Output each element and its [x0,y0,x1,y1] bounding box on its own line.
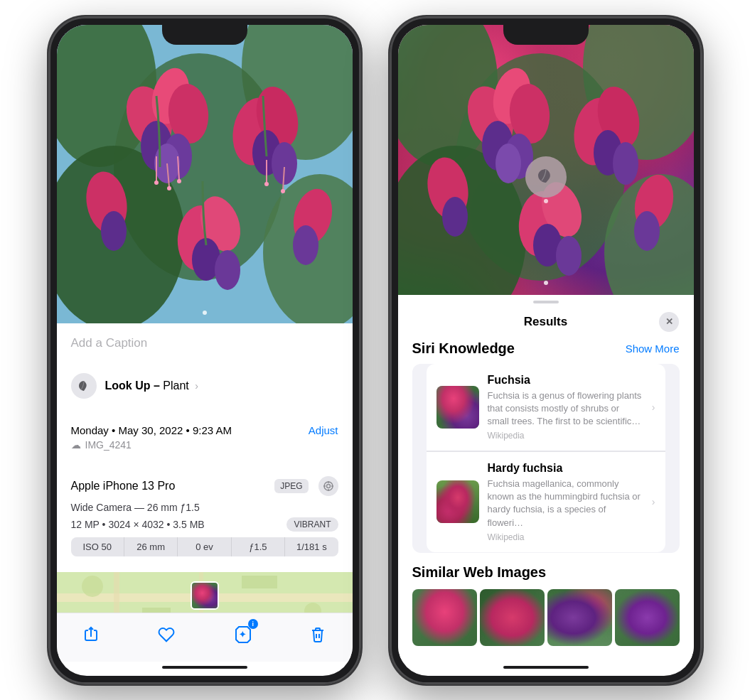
home-indicator-2 [503,666,589,669]
notch-2 [503,25,589,45]
photo-section [57,25,353,323]
similar-images-title: Similar Web Images [412,564,680,581]
caption-area[interactable]: Add a Caption [57,323,353,363]
page-dot-2 [544,281,548,285]
sheet-handle [533,301,559,303]
svg-point-27 [154,181,159,185]
svg-point-35 [326,485,330,488]
similar-images-grid [412,589,680,646]
hardy-description: Fuchsia magellanica, commonly known as t… [488,478,643,529]
fuchsia-content: Fuchsia Fuchsia is a genus of flowering … [488,374,643,441]
page-dot [203,311,207,315]
info-button[interactable]: ✦ i [230,622,255,647]
similar-images-section: Similar Web Images [398,553,694,652]
svg-point-71 [442,197,468,237]
svg-point-69 [556,236,582,276]
svg-point-65 [613,142,638,185]
jpeg-badge: JPEG [274,479,308,493]
hardy-chevron: › [652,496,655,507]
visual-search-icon[interactable] [525,156,567,198]
similar-image-3[interactable] [547,589,612,646]
exif-shutter: 1/181 s [285,537,338,556]
delete-button[interactable] [305,622,331,647]
knowledge-card-hardy[interactable]: Hardy fuchsia Fuchsia magellanica, commo… [427,452,665,552]
phones-container: Add a Caption Look Up – Plant › [34,2,717,699]
date-row: Monday • May 30, 2022 • 9:23 AM Adjust [71,424,338,436]
flower-svg [57,25,353,323]
photo-date: Monday • May 30, 2022 • 9:23 AM [71,424,232,436]
exif-iso: ISO 50 [71,537,124,556]
close-button[interactable]: ✕ [659,312,679,332]
svg-point-19 [215,250,240,290]
similar-image-2[interactable] [480,589,545,646]
share-button[interactable] [78,622,104,647]
siri-knowledge-title: Siri Knowledge [412,340,515,357]
show-more-button[interactable]: Show More [626,343,680,355]
exif-row: ISO 50 26 mm 0 ev ƒ1.5 1/181 s [71,537,338,556]
fuchsia-name: Fuchsia [488,374,643,387]
map-background [57,572,353,612]
favorite-button[interactable] [154,622,179,647]
meta-section: Monday • May 30, 2022 • 9:23 AM Adjust ☁… [57,414,353,461]
svg-point-44 [82,576,103,597]
notch-1 [162,25,247,45]
megapixels: 12 MP • 3024 × 4032 • 3.5 MB [71,519,205,530]
exif-focal: 26 mm [124,537,178,556]
lookup-row[interactable]: Look Up – Plant › [57,363,353,409]
siri-knowledge-header: Siri Knowledge Show More [398,340,694,364]
toolbar: ✦ i [57,613,353,662]
svg-rect-42 [114,572,119,612]
camera-header: Apple iPhone 13 Pro JPEG [71,476,338,496]
exif-ev: 0 ev [178,537,231,556]
fuchsia-chevron: › [652,402,655,413]
knowledge-cards: Fuchsia Fuchsia is a genus of flowering … [412,364,680,553]
svg-point-21 [101,211,127,251]
photo-section-2 [398,25,694,295]
results-title: Results [524,315,567,329]
hardy-thumb-image [436,480,479,523]
fuchsia-thumb-image [436,386,479,429]
similar-image-1[interactable] [412,589,477,646]
fuchsia-thumbnail [436,386,479,429]
similar-image-4[interactable] [615,589,680,646]
phone-2-inner: Results ✕ Siri Knowledge Show More [398,25,694,676]
cloud-icon: ☁ [71,439,81,451]
lookup-text: Look Up – Plant › [105,379,198,392]
phone-1: Add a Caption Look Up – Plant › [48,16,361,684]
flower-photo [57,25,353,323]
hardy-source: Wikipedia [488,532,643,542]
camera-settings-icon[interactable] [318,476,338,496]
knowledge-card-fuchsia[interactable]: Fuchsia Fuchsia is a genus of flowering … [427,364,665,452]
hardy-name: Hardy fuchsia [488,462,643,475]
adjust-button[interactable]: Adjust [309,424,338,436]
svg-rect-46 [142,608,171,612]
svg-point-33 [281,189,285,193]
caption-placeholder: Add a Caption [71,336,148,350]
hardy-thumbnail [436,480,479,523]
svg-point-61 [495,144,521,183]
phone-2: Results ✕ Siri Knowledge Show More [390,16,702,684]
svg-point-73 [634,211,660,251]
fuchsia-source: Wikipedia [488,431,643,441]
svg-point-32 [264,182,269,186]
map-section[interactable] [57,572,353,612]
results-header: Results ✕ [398,312,694,340]
svg-text:✦: ✦ [239,630,246,640]
wide-camera-detail: Wide Camera — 26 mm ƒ1.5 [71,502,338,513]
visual-icon-dot [544,199,548,203]
hardy-content: Hardy fuchsia Fuchsia magellanica, commo… [488,462,643,542]
svg-point-28 [167,186,171,190]
info-badge: i [248,619,258,629]
siri-lookup-icon [71,373,97,399]
camera-name: Apple iPhone 13 Pro [71,480,176,492]
phone-1-inner: Add a Caption Look Up – Plant › [57,25,353,676]
camera-section: Apple iPhone 13 Pro JPEG [57,466,353,566]
mp-row: 12 MP • 3024 × 4032 • 3.5 MB VIBRANT [71,517,338,532]
results-sheet: Results ✕ Siri Knowledge Show More [398,295,694,662]
svg-rect-47 [242,576,277,588]
filename: IMG_4241 [85,439,132,451]
home-indicator-1 [162,666,247,669]
exif-aperture: ƒ1.5 [232,537,285,556]
svg-point-23 [293,225,318,265]
vibrant-badge: VIBRANT [286,517,338,532]
